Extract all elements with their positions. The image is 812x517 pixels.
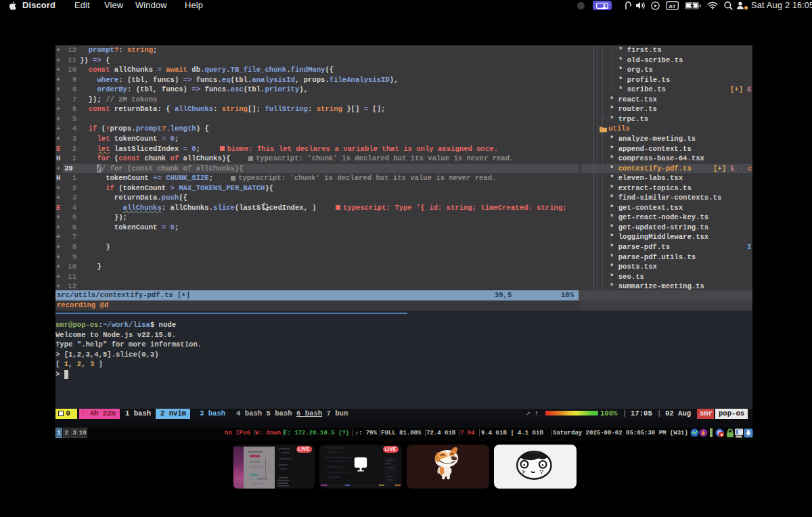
svg-text:AT: AT — [669, 3, 675, 9]
